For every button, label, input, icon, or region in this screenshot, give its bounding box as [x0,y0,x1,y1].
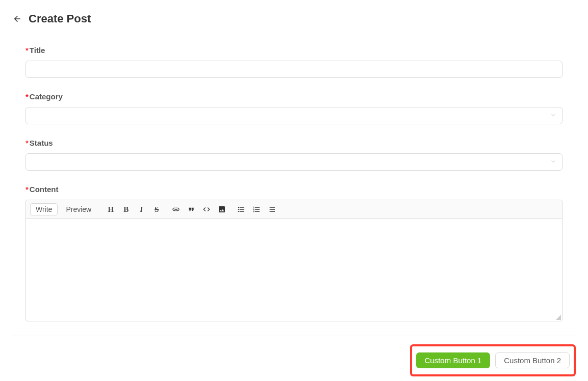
bold-icon[interactable]: B [121,204,131,214]
title-label-text: Title [30,46,45,55]
required-mark: * [25,185,29,194]
content-label: *Content [25,185,563,194]
status-label: *Status [25,139,563,147]
category-label-text: Category [30,92,63,101]
chevron-down-icon [550,112,556,120]
italic-icon[interactable]: I [136,204,146,214]
content-label-text: Content [30,185,59,194]
title-label: *Title [25,46,563,55]
quote-icon[interactable] [186,204,196,214]
category-label: *Category [25,92,563,101]
toolbar-group-insert [171,204,227,214]
editor-textarea[interactable] [26,219,562,321]
image-icon[interactable] [217,204,227,214]
content-editor: Write Preview H B I S [25,200,563,321]
ordered-list-icon[interactable] [251,204,262,214]
custom-button-2[interactable]: Custom Button 2 [495,352,570,368]
form-item-title: *Title [25,46,563,78]
category-select[interactable] [25,107,563,124]
status-label-text: Status [30,139,53,147]
title-input[interactable] [25,61,563,78]
chevron-down-icon [550,158,556,166]
checklist-icon[interactable] [267,204,277,214]
resize-handle-icon[interactable] [556,315,561,320]
create-post-form: *Title *Category *Status [12,46,576,321]
form-item-content: *Content Write Preview H B I S [25,185,563,321]
footer-highlight: Custom Button 1 Custom Button 2 [410,344,576,376]
status-select[interactable] [25,153,563,171]
editor-tab-preview[interactable]: Preview [61,204,96,215]
strikethrough-icon[interactable]: S [151,204,162,214]
form-footer: Custom Button 1 Custom Button 2 [12,336,576,381]
required-mark: * [25,139,29,147]
page-title: Create Post [29,12,91,25]
required-mark: * [25,92,29,101]
required-mark: * [25,46,29,55]
form-item-category: *Category [25,92,563,124]
editor-toolbar: Write Preview H B I S [26,200,562,219]
toolbar-group-text: H B I S [106,204,162,214]
code-icon[interactable] [201,204,212,214]
page-header: Create Post [12,12,576,25]
back-arrow-icon[interactable] [12,14,22,24]
unordered-list-icon[interactable] [236,204,246,214]
editor-tab-write[interactable]: Write [30,203,58,215]
link-icon[interactable] [171,204,181,214]
custom-button-1[interactable]: Custom Button 1 [416,352,491,368]
toolbar-group-list [236,204,277,214]
header-icon[interactable]: H [106,204,116,214]
form-item-status: *Status [25,139,563,171]
